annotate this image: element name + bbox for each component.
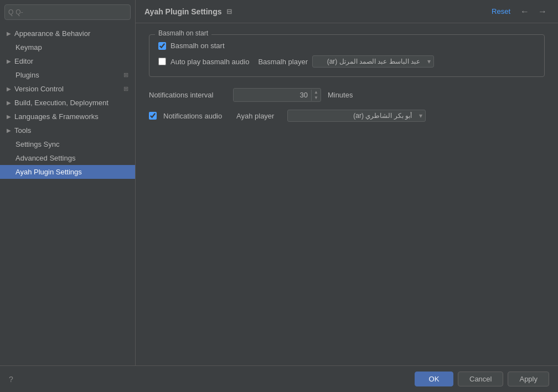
dialog-footer: ? OK Cancel Apply (0, 365, 558, 392)
back-button[interactable]: ← (518, 6, 531, 18)
sidebar-item-settings-sync[interactable]: Settings Sync (0, 137, 135, 151)
dialog: Q ▶ Appearance & Behavior Keymap ▶ Edito… (0, 0, 558, 392)
spinbox-wrapper: ▲ ▼ (233, 88, 321, 102)
sidebar-item-languages[interactable]: ▶ Languages & Frameworks (0, 110, 135, 123)
ayah-player-dropdown-wrapper: أبو بكر الشاطري (ar) عبد الباسط عبد الصم… (287, 110, 426, 122)
basmalh-on-start-row: Basmalh on start (158, 42, 535, 50)
sidebar-item-label: Version Control (14, 85, 64, 93)
sidebar-item-appearance[interactable]: ▶ Appearance & Behavior (0, 27, 135, 40)
sidebar-item-editor[interactable]: ▶ Editor (0, 54, 135, 68)
auto-play-row: Auto play basmalh audio Basmalh player ع… (158, 55, 535, 68)
chevron-icon: ▶ (7, 100, 11, 106)
sidebar-item-label: Plugins (16, 71, 39, 79)
sidebar-item-build[interactable]: ▶ Build, Execution, Deployment (0, 96, 135, 110)
search-icon: Q (8, 8, 13, 16)
plugin-icon: ⊞ (123, 71, 128, 79)
sidebar-list: ▶ Appearance & Behavior Keymap ▶ Editor … (0, 24, 135, 365)
sidebar-item-label: Languages & Frameworks (14, 112, 99, 121)
basmalh-player-dropdown-wrapper: عبد الباسط عبد الصمد المرتل (ar) أبو بكر… (312, 55, 434, 68)
main-title: Ayah Plugin Settings ⊟ (144, 7, 488, 16)
sidebar-item-label: Advanced Settings (16, 154, 75, 162)
main-header: Ayah Plugin Settings ⊟ Reset ← → (136, 0, 558, 23)
group-legend: Basmalh on start (155, 29, 211, 37)
sidebar-item-label: Build, Execution, Deployment (14, 99, 108, 107)
reset-button[interactable]: Reset (488, 6, 514, 17)
sidebar-item-keymap[interactable]: Keymap (0, 40, 135, 54)
auto-play-checkbox[interactable] (158, 58, 166, 65)
search-box[interactable]: Q (4, 4, 131, 20)
sidebar-item-ayah[interactable]: Ayah Plugin Settings (0, 165, 135, 179)
spinbox-up-button[interactable]: ▲ (312, 90, 321, 95)
sidebar: Q ▶ Appearance & Behavior Keymap ▶ Edito… (0, 0, 136, 365)
notifications-interval-label: Notifications interval (149, 91, 226, 99)
sidebar-item-label: Appearance & Behavior (14, 29, 90, 38)
notifications-interval-row: Notifications interval ▲ ▼ Minutes (149, 88, 545, 102)
chevron-icon: ▶ (7, 86, 11, 92)
notifications-audio-row: Notifications audio Ayah player أبو بكر … (149, 110, 545, 122)
basmalh-group: Basmalh on start Basmalh on start Auto p… (149, 34, 545, 77)
sidebar-item-label: Tools (14, 126, 31, 135)
page-title: Ayah Plugin Settings (144, 7, 222, 16)
notifications-audio-checkbox[interactable] (149, 112, 157, 120)
header-actions: Reset ← → (488, 6, 549, 18)
chevron-icon: ▶ (7, 127, 11, 133)
cancel-button[interactable]: Cancel (458, 372, 503, 386)
chevron-icon: ▶ (7, 58, 11, 64)
chevron-icon: ▶ (7, 114, 11, 120)
plugin-icon: ⊞ (123, 85, 128, 92)
sidebar-item-label: Ayah Plugin Settings (16, 168, 82, 176)
sidebar-item-label: Keymap (16, 43, 42, 51)
forward-button[interactable]: → (536, 6, 549, 18)
notifications-audio-label[interactable]: Notifications audio (163, 112, 230, 120)
ayah-player-dropdown[interactable]: أبو بكر الشاطري (ar) عبد الباسط عبد الصم… (287, 110, 426, 122)
pin-icon: ⊟ (226, 8, 232, 16)
auto-play-label[interactable]: Auto play basmalh audio (170, 58, 249, 66)
basmalh-player-label: Basmalh player (258, 58, 308, 66)
sidebar-item-version-control[interactable]: ▶ Version Control ⊞ (0, 82, 135, 96)
main-content: Ayah Plugin Settings ⊟ Reset ← → Basmalh… (136, 0, 558, 365)
chevron-icon: ▶ (7, 30, 11, 37)
sidebar-item-plugins[interactable]: Plugins ⊞ (0, 68, 135, 82)
spinbox-down-button[interactable]: ▼ (312, 95, 321, 101)
apply-button[interactable]: Apply (508, 372, 549, 386)
notifications-unit-label: Minutes (328, 91, 353, 99)
sidebar-item-tools[interactable]: ▶ Tools (0, 123, 135, 137)
basmalh-on-start-checkbox[interactable] (158, 42, 166, 50)
dialog-body: Q ▶ Appearance & Behavior Keymap ▶ Edito… (0, 0, 558, 365)
notifications-interval-input[interactable] (234, 89, 311, 101)
sidebar-item-label: Settings Sync (16, 140, 60, 148)
ayah-player-label: Ayah player (236, 112, 281, 120)
sidebar-item-label: Editor (14, 57, 33, 65)
sidebar-item-advanced[interactable]: Advanced Settings (0, 151, 135, 165)
spinbox-arrows: ▲ ▼ (311, 90, 321, 101)
search-input[interactable] (16, 8, 127, 16)
settings-content: Basmalh on start Basmalh on start Auto p… (136, 23, 558, 365)
help-icon[interactable]: ? (9, 375, 13, 384)
basmalh-player-dropdown[interactable]: عبد الباسط عبد الصمد المرتل (ar) أبو بكر… (312, 55, 434, 68)
ok-button[interactable]: OK (415, 372, 453, 386)
basmalh-on-start-label[interactable]: Basmalh on start (170, 42, 225, 50)
